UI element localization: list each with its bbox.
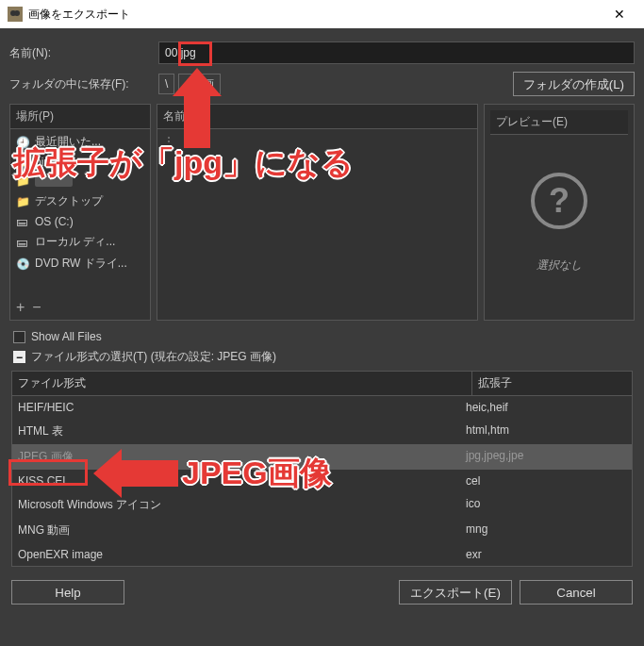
folder-label: フォルダの中に保存(F): [9,76,151,92]
app-icon [8,7,23,22]
place-item-label: 最近開いた... [35,134,101,150]
filetype-label: ファイル形式の選択(T) (現在の設定: JPEG 画像) [31,349,276,365]
help-button[interactable]: Help [11,580,124,605]
places-panel: 場所(P) 🕘最近開いた...📁bin📁📁デスクトップ🖴OS (C:)🖴ローカル… [9,104,151,321]
format-ext: heic,heif [466,401,626,414]
format-type: HTML 表 [18,423,466,439]
format-row[interactable]: OpenEXR imageexr [12,543,632,566]
drive-icon: 🖴 [16,215,29,228]
format-type: OpenEXR image [18,548,466,561]
places-remove-icon[interactable]: − [32,299,41,316]
name-label: 名前(N): [9,45,151,61]
create-folder-button[interactable]: フォルダの作成(L) [513,72,635,96]
path-root[interactable]: \ [158,74,174,94]
show-all-files-checkbox[interactable] [13,331,25,343]
format-type: HEIF/HEIC [18,401,466,414]
place-item-label: ローカル ディ... [35,234,115,250]
export-button[interactable]: エクスポート(E) [399,580,512,605]
format-type: JPEG 画像 [18,449,466,465]
show-all-files-label: Show All Files [31,330,102,343]
format-row[interactable]: JPEG 画像jpg,jpeg,jpe [12,444,632,470]
format-ext: jpg,jpeg,jpe [466,449,626,465]
window-title: 画像をエクスポート [28,7,130,23]
clock-icon: 🕘 [16,136,29,149]
folder-icon: 📁 [16,174,29,188]
place-item-label [35,175,73,187]
places-list: 🕘最近開いた...📁bin📁📁デスクトップ🖴OS (C:)🖴ローカル ディ...… [10,129,150,295]
format-row[interactable]: HTML 表html,htm [12,419,632,444]
format-ext: html,htm [466,423,626,439]
format-ext: exr [466,548,626,561]
drive-icon: 🖴 [16,236,29,249]
disc-icon: 💿 [16,257,29,271]
format-row[interactable]: HEIF/HEICheic,heif [12,396,632,419]
preview-panel: プレビュー(E) ? 選択なし [484,104,635,321]
close-button[interactable]: ✕ [603,3,636,25]
name-value-ext: .jpg [177,46,195,59]
svg-point-2 [14,10,20,16]
format-ext: mng [466,522,626,538]
place-item[interactable]: 🖴ローカル ディ... [10,231,150,253]
format-type: MNG 動画 [18,522,466,538]
place-item[interactable]: 💿DVD RW ドライ... [10,253,150,274]
format-ext: cel [466,474,626,488]
filelist-panel: 名前 ⋮ [157,104,478,321]
formats-col-ext[interactable]: 拡張子 [471,372,632,395]
formats-table: ファイル形式 拡張子 HEIF/HEICheic,heifHTML 表html,… [11,371,633,567]
places-header: 場所(P) [10,105,150,129]
titlebar: 画像をエクスポート ✕ [0,0,644,28]
format-type: KISS CEL [18,474,466,488]
place-item[interactable]: 📁 [10,172,150,190]
place-item[interactable]: 🕘最近開いた... [10,131,150,153]
places-add-icon[interactable]: + [16,299,25,316]
name-input[interactable]: 00.jpg [158,41,635,64]
preview-placeholder-icon: ? [531,173,587,229]
dialog-body: 名前(N): 00.jpg フォルダの中に保存(F): \ 📁画 フォルダの作成… [0,28,644,614]
place-item[interactable]: 📁デスクトップ [10,190,150,212]
name-value-pre: 00 [165,46,177,59]
place-item[interactable]: 📁bin [10,153,150,172]
place-item[interactable]: 🖴OS (C:) [10,212,150,231]
filelist-body: ⋮ [157,129,477,320]
path-segment[interactable]: 📁画 [178,74,221,94]
place-item-label: OS (C:) [35,215,74,228]
preview-header: プレビュー(E) [490,110,628,135]
filelist-header: 名前 [157,105,477,129]
place-item-label: デスクトップ [35,193,103,209]
place-item-label: DVD RW ドライ... [35,256,127,272]
filetype-collapse-toggle[interactable]: − [13,351,25,363]
cancel-button[interactable]: Cancel [520,580,633,605]
folder-icon: 📁 [16,195,29,208]
preview-none-label: 選択なし [537,257,582,273]
format-row[interactable]: KISS CELcel [12,470,632,492]
format-row[interactable]: Microsoft Windows アイコンico [12,492,632,518]
format-row[interactable]: MNG 動画mng [12,518,632,543]
folder-icon: 📁 [16,156,29,169]
format-ext: ico [466,497,626,513]
format-type: Microsoft Windows アイコン [18,497,466,513]
place-item-label: bin [35,156,50,169]
formats-col-type[interactable]: ファイル形式 [12,372,471,395]
